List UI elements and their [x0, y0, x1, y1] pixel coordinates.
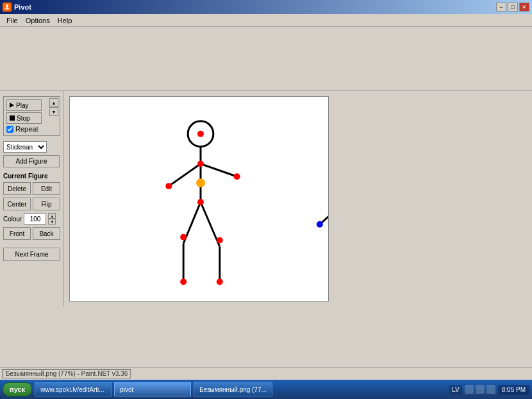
svg-point-5 [197, 131, 204, 137]
svg-point-21 [197, 199, 204, 205]
status-text: Безымянный.png (77%) - Paint.NET v3.36 [3, 369, 131, 378]
window-controls: − □ ✕ [496, 3, 529, 12]
svg-point-0 [6, 4, 8, 7]
stop-button[interactable]: Stop [6, 112, 42, 124]
play-label: Play [16, 102, 28, 109]
menu-help[interactable]: Help [54, 15, 76, 26]
svg-point-11 [234, 173, 240, 180]
svg-point-20 [217, 278, 223, 285]
front-back-row: Front Back [3, 227, 60, 240]
colour-label: Colour [3, 216, 22, 223]
center-button[interactable]: Center [3, 198, 31, 210]
next-frame-button[interactable]: Next Frame [3, 248, 60, 261]
taskbar-right: LV 8:05 PM [449, 385, 529, 395]
playback-section: ▲ ▼ Play Stop Repeat [3, 96, 60, 136]
repeat-label: Repeat [15, 125, 38, 133]
taskbar-item-1[interactable]: pivot [114, 382, 191, 396]
tray-icons [465, 385, 495, 394]
delete-button[interactable]: Delete [3, 182, 31, 195]
stickman-canvas [70, 97, 328, 301]
svg-point-18 [217, 237, 223, 244]
colour-row: Colour 100 ▲ ▼ [3, 213, 60, 225]
flip-button[interactable]: Flip [33, 198, 60, 210]
figure-type-dropdown[interactable]: Stickman [3, 141, 47, 153]
menu-bar: File Options Help [0, 14, 532, 27]
title-bar: Pivot − □ ✕ [0, 0, 532, 14]
menu-file[interactable]: File [3, 15, 22, 26]
app-icon [3, 3, 12, 12]
status-bar: Безымянный.png (77%) - Paint.NET v3.36 [0, 367, 532, 380]
colour-spinner: ▲ ▼ [48, 213, 56, 225]
colour-input[interactable]: 100 [24, 213, 46, 225]
colour-down-button[interactable]: ▼ [48, 219, 56, 225]
svg-point-14 [180, 234, 187, 241]
taskbar-item-1-label: pivot [120, 386, 133, 393]
window-title: Pivot [14, 3, 31, 11]
start-button[interactable]: пуск [3, 382, 32, 396]
canvas[interactable] [69, 96, 329, 301]
svg-line-8 [169, 164, 201, 186]
language-indicator: LV [449, 385, 462, 395]
figure-select-section: Stickman [3, 141, 60, 153]
colour-up-button[interactable]: ▲ [48, 213, 56, 219]
svg-point-9 [165, 183, 172, 189]
top-area [0, 27, 532, 91]
svg-line-25 [320, 199, 328, 225]
svg-point-26 [317, 221, 323, 228]
menu-options[interactable]: Options [22, 15, 54, 26]
taskbar-item-2[interactable]: Безымянный.png (77... [194, 382, 272, 396]
taskbar: пуск www.spoki.lv/editArti... pivot Безы… [0, 380, 532, 399]
content-area: ▲ ▼ Play Stop Repeat [0, 91, 532, 307]
stop-label: Stop [17, 115, 30, 122]
scroll-down-arrow[interactable]: ▼ [49, 107, 58, 116]
clock: 8:05 PM [498, 385, 529, 395]
close-button[interactable]: ✕ [519, 3, 529, 12]
tray-icon-3 [486, 385, 495, 394]
current-figure-label: Current Figure [3, 173, 60, 180]
stop-icon [10, 115, 15, 121]
edit-button[interactable]: Edit [33, 182, 60, 195]
minimize-button[interactable]: − [496, 3, 506, 12]
maximize-button[interactable]: □ [508, 3, 518, 12]
repeat-checkbox[interactable] [6, 126, 13, 133]
tray-icon-2 [476, 385, 485, 394]
tray-icon-1 [465, 385, 474, 394]
play-icon [10, 103, 14, 108]
svg-point-7 [196, 178, 205, 187]
scroll-up-arrow[interactable]: ▲ [49, 98, 58, 107]
left-panel: ▲ ▼ Play Stop Repeat [0, 91, 64, 307]
svg-line-10 [201, 164, 237, 176]
play-button[interactable]: Play [6, 99, 42, 111]
front-button[interactable]: Front [3, 227, 31, 240]
taskbar-item-2-label: Безымянный.png (77... [199, 386, 267, 393]
back-button[interactable]: Back [33, 227, 60, 240]
center-flip-row: Center Flip [3, 198, 60, 210]
svg-point-12 [197, 160, 204, 167]
taskbar-item-0-label: www.spoki.lv/editArti... [40, 386, 104, 393]
svg-point-16 [180, 278, 187, 285]
add-figure-button[interactable]: Add Figure [3, 155, 60, 167]
delete-edit-row: Delete Edit [3, 182, 60, 195]
canvas-area [64, 91, 532, 307]
taskbar-item-0[interactable]: www.spoki.lv/editArti... [35, 382, 112, 396]
